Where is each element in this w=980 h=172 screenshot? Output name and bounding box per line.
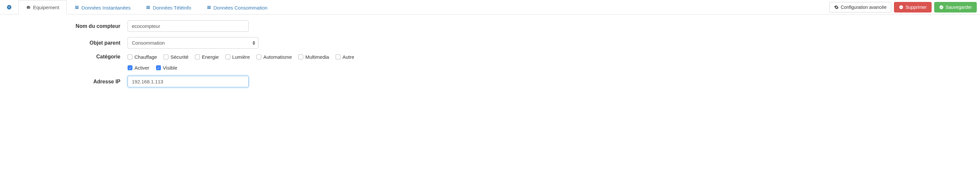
checkbox-icon [127, 55, 132, 59]
check-circle-icon [939, 5, 944, 10]
save-button[interactable]: Sauvegarder [934, 2, 977, 13]
category-checkboxes: Chauffage Sécurité Energie Lumière Autom… [127, 54, 354, 60]
advanced-config-button[interactable]: Configuration avancée [829, 2, 891, 13]
advanced-config-label: Configuration avancée [841, 5, 886, 10]
name-label: Nom du compteur [3, 23, 127, 29]
dashboard-icon [26, 5, 31, 10]
tab-teleinfo-label: Données Téléinfo [153, 5, 191, 11]
tab-instant-label: Données Instantanées [81, 5, 130, 11]
form: Nom du compteur Objet parent Consommatio… [0, 14, 980, 99]
category-light[interactable]: Lumière [225, 54, 250, 60]
checkbox-icon [195, 55, 200, 59]
checkbox-icon [225, 55, 230, 59]
category-security[interactable]: Sécurité [164, 54, 188, 60]
action-buttons: Configuration avancée Supprimer Sauvegar… [826, 0, 980, 14]
visible-label: Visible [163, 65, 177, 71]
ip-label: Adresse IP [3, 79, 127, 85]
delete-button[interactable]: Supprimer [894, 2, 932, 13]
arrow-left-icon [6, 5, 12, 10]
category-multimedia[interactable]: Multimedia [298, 54, 329, 60]
checkbox-icon [256, 55, 261, 59]
list-icon [207, 5, 212, 10]
gear-icon [834, 5, 839, 10]
checkbox-icon [336, 55, 340, 59]
parent-select[interactable]: Consommation [127, 37, 258, 48]
back-button[interactable] [0, 0, 18, 14]
checkbox-checked-icon [156, 65, 161, 70]
category-heating-label: Chauffage [134, 54, 157, 60]
checkbox-icon [164, 55, 169, 59]
save-label: Sauvegarder [946, 5, 972, 10]
visible-checkbox[interactable]: Visible [156, 65, 177, 71]
category-energy[interactable]: Energie [195, 54, 219, 60]
category-multimedia-label: Multimedia [305, 54, 329, 60]
tab-instant-data[interactable]: Données Instantanées [67, 0, 138, 14]
list-icon [74, 5, 80, 10]
category-light-label: Lumière [232, 54, 250, 60]
tab-consumption-data[interactable]: Données Consommation [199, 0, 275, 14]
category-label: Catégorie [3, 54, 127, 60]
checkbox-icon [298, 55, 303, 59]
category-automation[interactable]: Automatisme [256, 54, 292, 60]
category-automation-label: Automatisme [263, 54, 292, 60]
name-input[interactable] [127, 20, 248, 32]
activate-checkbox[interactable]: Activer [127, 65, 150, 71]
checkbox-checked-icon [127, 65, 132, 70]
category-other-label: Autre [342, 54, 354, 60]
category-heating[interactable]: Chauffage [127, 54, 157, 60]
minus-circle-icon [899, 5, 904, 10]
category-security-label: Sécurité [170, 54, 188, 60]
tab-consumption-label: Données Consommation [213, 5, 267, 11]
tab-teleinfo-data[interactable]: Données Téléinfo [138, 0, 199, 14]
activate-label: Activer [134, 65, 150, 71]
delete-label: Supprimer [905, 5, 927, 10]
tabs: Equipement Données Instantanées Données … [18, 0, 826, 14]
tab-equipment-label: Equipement [33, 5, 59, 10]
status-checkboxes: Activer Visible [127, 65, 177, 71]
tab-equipment[interactable]: Equipement [18, 0, 67, 14]
category-other[interactable]: Autre [336, 54, 354, 60]
list-icon [146, 5, 151, 10]
parent-label: Objet parent [3, 40, 127, 46]
category-energy-label: Energie [202, 54, 219, 60]
ip-input[interactable] [127, 76, 248, 87]
